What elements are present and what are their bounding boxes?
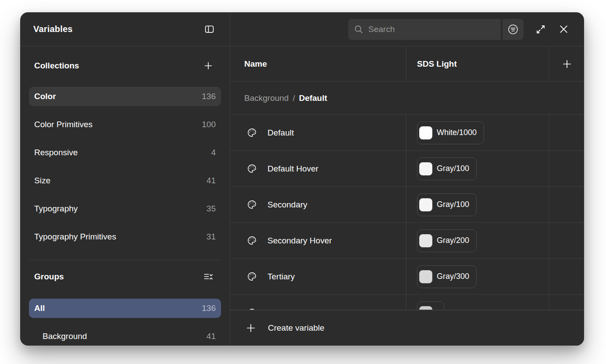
sidebar-divider (29, 260, 221, 260)
palette-icon (247, 128, 257, 138)
variable-value-label: Gray/100 (437, 200, 469, 209)
close-icon (558, 24, 569, 35)
column-header-mode[interactable]: SDS Light (406, 46, 549, 81)
variable-name: Default (267, 128, 294, 138)
sidebar-list-item[interactable]: All 136 (29, 299, 221, 318)
collections-title: Collections (34, 61, 79, 71)
variable-value-label: Gray/100 (437, 164, 469, 173)
variable-value-chip[interactable]: Gray/100 (417, 193, 477, 216)
sidebar-item-label: Size (34, 176, 50, 186)
palette-icon (247, 236, 257, 246)
variable-value-chip[interactable]: Gray/300 (417, 265, 477, 288)
search-input[interactable] (368, 25, 495, 34)
add-mode-button[interactable] (560, 57, 574, 71)
sidebar-item-label: Background (34, 332, 87, 341)
filter-button[interactable] (503, 19, 524, 40)
variable-name: Default Hover (267, 164, 318, 174)
plus-icon (203, 61, 214, 71)
sidebar-list-item[interactable]: Background 41 (29, 327, 221, 346)
palette-icon (247, 271, 257, 282)
color-swatch (419, 198, 432, 211)
create-variable-button[interactable]: Create variable (230, 310, 584, 346)
variable-group-header: Background / Default (230, 82, 584, 115)
sidebar-item-count: 41 (207, 332, 216, 341)
column-header-name: Name (230, 46, 406, 81)
main-header (230, 12, 584, 46)
palette-icon (247, 200, 257, 210)
create-variable-label: Create variable (268, 323, 324, 333)
color-swatch (419, 234, 432, 247)
sidebar-item-label: Color (34, 92, 56, 101)
color-swatch (419, 162, 432, 175)
group-separator: / (292, 93, 295, 103)
color-swatch (419, 126, 432, 139)
sidebar-item-count: 4 (211, 148, 216, 157)
variable-value-chip[interactable] (417, 301, 444, 310)
sidebar-list-item[interactable]: Responsive 4 (29, 143, 221, 162)
panel-left-icon (204, 24, 215, 35)
sidebar-item-label: Typography Primitives (34, 232, 116, 242)
variable-row[interactable]: Default White/1000 (230, 115, 584, 151)
filter-circle-icon (507, 23, 519, 36)
sidebar-list-item[interactable]: Color Primitives 100 (29, 115, 221, 134)
sidebar-item-count: 41 (207, 176, 216, 186)
palette-icon (247, 164, 257, 174)
sidebar-item-count: 100 (202, 120, 216, 129)
variables-dialog: Variables Collections (20, 12, 584, 346)
plus-icon (561, 58, 573, 70)
group-name-label: Default (299, 93, 327, 103)
plus-icon (245, 322, 257, 334)
search-group (348, 19, 524, 40)
add-collection-button[interactable] (201, 58, 216, 73)
groups-list: All 136 Background 41 (29, 299, 221, 346)
sidebar-item-count: 136 (202, 303, 216, 313)
sidebar: Variables Collections (20, 12, 230, 346)
collapse-groups-button[interactable] (201, 269, 216, 284)
variable-name: Tertiary (267, 272, 295, 282)
color-swatch (419, 270, 432, 283)
variable-value-label: Gray/300 (437, 272, 469, 281)
groups-section: Groups All (29, 269, 221, 346)
sidebar-list-item[interactable]: Typography 35 (29, 199, 221, 218)
sidebar-item-count: 31 (207, 232, 216, 242)
variable-name: Secondary Hover (267, 236, 332, 246)
groups-title: Groups (34, 272, 64, 282)
sidebar-item-label: Color Primitives (34, 120, 93, 129)
sidebar-list-item[interactable]: Color 136 (29, 87, 221, 106)
variable-value-label: White/1000 (437, 128, 477, 137)
collections-section: Collections Color 136 Color Primitives 1… (29, 58, 221, 246)
table-header: Name SDS Light (230, 46, 584, 82)
expand-icon (535, 24, 546, 35)
sidebar-header: Variables (20, 12, 230, 46)
variable-value-chip[interactable]: Gray/200 (417, 229, 477, 252)
sidebar-list-item[interactable]: Typography Primitives 31 (29, 227, 221, 246)
color-swatch (419, 306, 432, 310)
sidebar-item-label: Responsive (34, 148, 78, 157)
sidebar-item-count: 35 (207, 204, 216, 214)
groups-header: Groups (29, 269, 221, 285)
sidebar-item-label: Typography (34, 204, 78, 214)
collections-list: Color 136 Color Primitives 100 Responsiv… (29, 87, 221, 246)
expand-button[interactable] (533, 22, 548, 37)
sidebar-item-label: All (34, 303, 45, 313)
variable-value-chip[interactable]: Gray/100 (417, 157, 477, 180)
variable-row[interactable]: Secondary Gray/100 (230, 187, 584, 223)
variable-row[interactable]: Tertiary Gray/300 (230, 259, 584, 295)
close-button[interactable] (556, 22, 571, 37)
group-parent-label: Background (244, 93, 289, 103)
variable-row[interactable]: Default Hover Gray/100 (230, 151, 584, 187)
search-field[interactable] (348, 19, 501, 40)
collapse-list-icon (203, 271, 214, 282)
variable-name: Secondary (267, 200, 307, 210)
variable-value-chip[interactable]: White/1000 (417, 121, 484, 144)
variable-row[interactable] (230, 295, 584, 310)
variable-value-label: Gray/200 (437, 236, 469, 245)
collections-header: Collections (29, 58, 221, 74)
dialog-title: Variables (33, 24, 73, 34)
search-icon (353, 24, 364, 35)
variable-rows: Default White/1000 Default Hover (230, 115, 584, 310)
variable-row[interactable]: Secondary Hover Gray/200 (230, 223, 584, 259)
sidebar-list-item[interactable]: Size 41 (29, 171, 221, 190)
main-panel: Name SDS Light Background / Default (230, 12, 584, 346)
toggle-sidebar-button[interactable] (202, 22, 217, 37)
